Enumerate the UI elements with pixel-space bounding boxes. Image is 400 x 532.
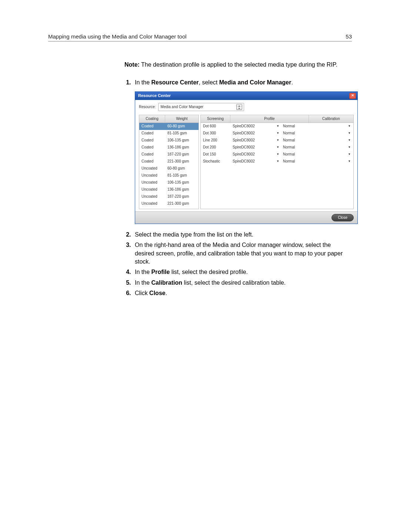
mapping-row: StochasticSpireDC8002▾Normal▾ (201, 158, 353, 165)
media-coating: Coated (139, 123, 165, 130)
chevron-down-icon[interactable]: ▾ (314, 123, 353, 130)
mapping-profile[interactable]: SpireDC8002 (230, 151, 275, 158)
close-button[interactable]: Close (331, 214, 354, 221)
chevron-down-icon[interactable]: ▾ (314, 151, 353, 158)
media-coating: Uncoated (139, 173, 165, 179)
chevron-down-icon[interactable]: ▾ (314, 144, 353, 151)
media-coating: Coated (139, 158, 165, 165)
stepper-icon[interactable]: ▴▾ (236, 104, 242, 110)
media-coating: Uncoated (139, 180, 165, 186)
media-row[interactable]: Uncoated106-135 gsm (139, 179, 199, 186)
media-weight: 221-300 gsm (165, 158, 199, 165)
chevron-down-icon[interactable]: ▾ (314, 158, 353, 165)
col-screening: Screening (201, 115, 230, 123)
media-table: Coating Weight Coated60-80 gsmCoated81-1… (139, 115, 199, 209)
step-3: On the right-hand area of the Media and … (133, 241, 352, 266)
resource-select[interactable]: Media and Color Manager ▴▾ (158, 103, 244, 111)
mapping-profile[interactable]: SpireDC8002 (230, 144, 275, 151)
media-weight: 60-80 gsm (165, 165, 199, 172)
resource-select-value: Media and Color Manager (161, 104, 204, 110)
mapping-calibration[interactable]: Normal (281, 151, 314, 158)
mapping-profile[interactable]: SpireDC8002 (230, 123, 275, 130)
mapping-row: Line 200SpireDC8002▾Normal▾ (201, 137, 353, 144)
step-5: In the Calibration list, select the desi… (133, 279, 352, 287)
step-1: In the Resource Center, select Media and… (133, 78, 352, 224)
media-weight: 136-186 gsm (165, 144, 199, 151)
mapping-screening: Dot 150 (201, 151, 230, 158)
chevron-down-icon[interactable]: ▾ (275, 151, 281, 158)
mapping-screening: Dot 600 (201, 123, 230, 130)
note-text: The destination profile is applied to th… (140, 61, 337, 68)
mapping-screening: Dot 300 (201, 130, 230, 137)
mapping-profile[interactable]: SpireDC8002 (230, 158, 275, 165)
media-weight: 81-105 gsm (165, 130, 199, 137)
mapping-calibration[interactable]: Normal (281, 123, 314, 130)
col-weight: Weight (165, 115, 199, 123)
mapping-table: Screening Profile Calibration Dot 600Spi… (200, 115, 354, 209)
mapping-calibration[interactable]: Normal (281, 130, 314, 137)
media-weight: 81-105 gsm (165, 173, 199, 179)
media-row[interactable]: Uncoated187-220 gsm (139, 193, 199, 200)
media-row[interactable]: Uncoated136-186 gsm (139, 186, 199, 193)
media-row[interactable]: Uncoated81-105 gsm (139, 172, 199, 179)
mapping-row: Dot 150SpireDC8002▾Normal▾ (201, 151, 353, 158)
window-titlebar: Resource Center ✕ (135, 92, 357, 100)
col-calibration: Calibration (309, 115, 353, 123)
window-title: Resource Center (138, 93, 171, 98)
mapping-profile[interactable]: SpireDC8002 (230, 130, 275, 137)
media-row[interactable]: Coated106-135 gsm (139, 137, 199, 144)
media-coating: Uncoated (139, 187, 165, 193)
chevron-down-icon[interactable]: ▾ (275, 123, 281, 130)
mapping-calibration[interactable]: Normal (281, 137, 314, 144)
mapping-screening: Dot 200 (201, 144, 230, 151)
media-coating: Coated (139, 137, 165, 144)
media-weight: 187-220 gsm (165, 194, 199, 200)
note-paragraph: Note: The destination profile is applied… (124, 61, 352, 69)
media-coating: Coated (139, 151, 165, 158)
media-weight: 60-80 gsm (165, 123, 199, 130)
media-row[interactable]: Coated187-220 gsm (139, 151, 199, 158)
media-weight: 187-220 gsm (165, 151, 199, 158)
chevron-down-icon[interactable]: ▾ (275, 158, 281, 165)
media-coating: Coated (139, 144, 165, 151)
step-2: Select the media type from the list on t… (133, 231, 352, 239)
step-6: Click Close. (133, 289, 352, 297)
chevron-down-icon[interactable]: ▾ (275, 137, 281, 144)
media-weight: 221-300 gsm (165, 201, 199, 207)
media-weight: 136-186 gsm (165, 187, 199, 193)
col-coating: Coating (139, 115, 165, 123)
chevron-down-icon[interactable]: ▾ (275, 144, 281, 151)
mapping-calibration[interactable]: Normal (281, 158, 314, 165)
mapping-row: Dot 200SpireDC8002▾Normal▾ (201, 144, 353, 151)
note-label: Note: (124, 61, 140, 68)
mapping-row: Dot 300SpireDC8002▾Normal▾ (201, 130, 353, 137)
media-coating: Uncoated (139, 165, 165, 172)
media-row[interactable]: Coated60-80 gsm (139, 123, 199, 130)
page-number: 53 (346, 33, 352, 40)
mapping-screening: Line 200 (201, 137, 230, 144)
media-row[interactable]: Uncoated221-300 gsm (139, 200, 199, 207)
col-profile: Profile (230, 115, 309, 123)
media-row[interactable]: Coated81-105 gsm (139, 130, 199, 137)
mapping-row: Dot 600SpireDC8002▾Normal▾ (201, 123, 353, 130)
media-row[interactable]: Uncoated60-80 gsm (139, 165, 199, 172)
media-coating: Uncoated (139, 194, 165, 200)
chevron-down-icon[interactable]: ▾ (314, 130, 353, 137)
mapping-screening: Stochastic (201, 158, 230, 165)
chevron-down-icon[interactable]: ▾ (275, 130, 281, 137)
step-4: In the Profile list, select the desired … (133, 268, 352, 276)
media-coating: Coated (139, 130, 165, 137)
media-row[interactable]: Coated136-186 gsm (139, 144, 199, 151)
mapping-calibration[interactable]: Normal (281, 144, 314, 151)
media-row[interactable]: Coated221-300 gsm (139, 158, 199, 165)
page-header: Mapping media using the Media and Color … (48, 33, 352, 41)
window-close-button[interactable]: ✕ (349, 93, 356, 99)
media-weight: 106-135 gsm (165, 180, 199, 186)
resource-label: Resource: (139, 104, 156, 110)
chevron-down-icon[interactable]: ▾ (314, 137, 353, 144)
media-weight: 106-135 gsm (165, 137, 199, 144)
mapping-profile[interactable]: SpireDC8002 (230, 137, 275, 144)
media-coating: Uncoated (139, 201, 165, 207)
resource-center-window: Resource Center ✕ Resource: Media and Co… (135, 91, 358, 224)
header-title: Mapping media using the Media and Color … (48, 33, 187, 40)
